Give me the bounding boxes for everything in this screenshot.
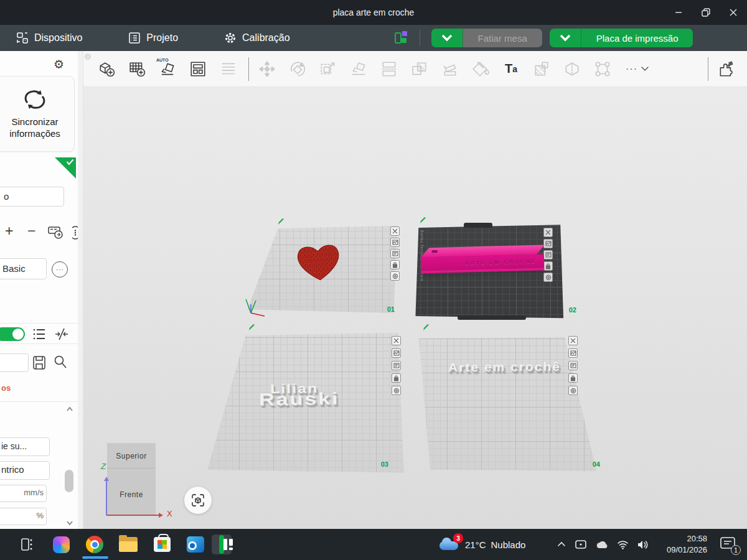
rename-plate-icon[interactable]	[543, 250, 553, 259]
lock-plate-icon[interactable]	[543, 261, 553, 271]
build-plate-04: 04 Arte em crochê	[413, 330, 600, 475]
text-tool-button[interactable]: Ta	[499, 55, 523, 83]
bambu-studio-button[interactable]	[212, 534, 232, 554]
color-paint-button[interactable]	[469, 55, 492, 83]
split-layers-button[interactable]	[217, 55, 240, 83]
plate-settings-icon[interactable]	[392, 386, 401, 395]
plate-02-edit-icon[interactable]	[419, 217, 427, 225]
task-view-button[interactable]	[17, 534, 37, 554]
rename-plate-icon[interactable]	[568, 361, 578, 370]
add-object-button[interactable]	[95, 55, 118, 83]
copilot-button[interactable]	[51, 534, 71, 554]
lock-plate-icon[interactable]	[392, 373, 401, 383]
seam-paint-button[interactable]	[530, 55, 553, 83]
support-paint-button[interactable]	[438, 55, 462, 83]
plate-image-icon[interactable]	[568, 348, 578, 358]
notification-count-badge: 1	[731, 545, 741, 555]
plate-settings-icon[interactable]	[568, 386, 578, 395]
chrome-button[interactable]	[85, 534, 105, 554]
scroll-down-button[interactable]	[66, 518, 73, 525]
split-objects-button[interactable]	[377, 55, 401, 83]
clone-button[interactable]	[408, 55, 431, 83]
plate-01-edit-icon[interactable]	[277, 218, 285, 226]
search-icon[interactable]	[54, 355, 67, 370]
scroll-up-button[interactable]	[66, 404, 73, 412]
slice-dropdown-button[interactable]	[431, 29, 463, 47]
tab-dispositivo[interactable]: Dispositivo	[5, 25, 93, 51]
filament-settings-icon[interactable]	[70, 225, 78, 240]
arrange-button[interactable]	[186, 55, 210, 83]
print-plate-button[interactable]: Placa de impressão	[581, 29, 693, 47]
scale-button[interactable]	[316, 55, 340, 83]
text-tool-label-t: T	[505, 62, 512, 76]
weather-widget[interactable]: 3 21°C Nublado	[438, 529, 525, 560]
microsoft-store-button[interactable]	[152, 534, 172, 554]
save-preset-icon[interactable]	[32, 355, 46, 370]
onedrive-icon[interactable]	[595, 540, 609, 549]
tab-calibracao-label: Calibração	[242, 32, 289, 44]
text-object-arte-em-croche[interactable]: Arte em crochê	[448, 360, 561, 374]
volume-icon[interactable]	[637, 539, 649, 550]
tab-calibracao[interactable]: Calibração	[213, 25, 301, 51]
sidebar-settings-gear-icon[interactable]: ⚙	[54, 57, 64, 72]
sync-info-button[interactable]: Sincronizar informações	[0, 76, 75, 152]
objects-list-icon[interactable]	[32, 327, 47, 341]
filament-more-button[interactable]: ···	[52, 261, 68, 278]
outlook-button[interactable]	[186, 534, 205, 554]
plate-03-edit-icon[interactable]	[248, 324, 256, 332]
print-dropdown-button[interactable]	[550, 29, 581, 47]
plate-04-edit-icon[interactable]	[422, 324, 430, 332]
magenta-bar-object[interactable]: Arte em croche	[420, 245, 544, 276]
text-object-rauski[interactable]: Rauski	[259, 389, 340, 409]
restore-button[interactable]	[692, 0, 720, 25]
crochet-heart-object[interactable]	[294, 241, 343, 282]
plate-04-actions	[568, 336, 578, 395]
sidebar-scrollbar-thumb[interactable]	[65, 470, 73, 492]
plate-settings-icon[interactable]	[390, 271, 400, 281]
plate-image-icon[interactable]	[390, 238, 400, 247]
measure-button[interactable]	[591, 55, 614, 83]
cut-tool-button[interactable]	[560, 55, 584, 83]
notification-center-button[interactable]: 1	[720, 536, 738, 553]
minimize-button[interactable]	[665, 0, 692, 25]
lock-plate-icon[interactable]	[390, 260, 400, 269]
rename-plate-icon[interactable]	[392, 361, 401, 370]
tray-overflow-chevron-icon[interactable]	[557, 539, 566, 549]
delete-plate-icon[interactable]	[543, 228, 553, 237]
delete-plate-icon[interactable]	[568, 336, 578, 345]
fit-view-button[interactable]	[184, 487, 212, 514]
auto-orient-button[interactable]: AUTO	[156, 55, 179, 83]
plate-image-icon[interactable]	[543, 239, 553, 248]
add-plate-button[interactable]	[125, 55, 149, 83]
3d-viewport[interactable]: 01 Bambu Textu	[83, 87, 747, 529]
close-button[interactable]	[720, 0, 747, 25]
plate-settings-icon[interactable]	[543, 273, 553, 282]
global-advanced-toggle[interactable]	[0, 327, 25, 341]
cast-icon[interactable]	[575, 539, 587, 549]
more-tools-button[interactable]: ···	[621, 55, 654, 83]
delete-plate-icon[interactable]	[392, 336, 401, 345]
tab-projeto[interactable]: Projeto	[117, 25, 189, 51]
delete-plate-icon[interactable]	[390, 226, 400, 236]
assembly-puzzle-button[interactable]	[715, 55, 738, 83]
lock-plate-icon[interactable]	[568, 373, 578, 383]
add-filament-button[interactable]: +	[5, 223, 13, 240]
cube-top-face-label[interactable]: Superior	[107, 452, 156, 460]
lay-on-face-button[interactable]	[347, 55, 370, 83]
file-explorer-button[interactable]	[118, 534, 138, 554]
ams-sync-icon[interactable]	[47, 225, 63, 240]
collapse-panel-icon[interactable]	[55, 327, 68, 341]
slice-plate-button[interactable]: Fatiar mesa	[463, 29, 542, 47]
move-button[interactable]	[255, 55, 279, 83]
wifi-icon[interactable]	[617, 540, 629, 549]
taskbar-clock[interactable]: 20:58 09/01/2026	[667, 533, 707, 556]
search-input[interactable]	[0, 353, 29, 372]
process-tab-fragment[interactable]: os	[1, 383, 11, 393]
rotate-button[interactable]	[286, 55, 309, 83]
sidebar-collapse-handle[interactable]	[85, 54, 91, 60]
printer-select-input[interactable]	[0, 187, 64, 207]
plate-image-icon[interactable]	[392, 348, 401, 358]
rename-plate-icon[interactable]	[390, 249, 400, 258]
remove-filament-button[interactable]: −	[27, 223, 35, 240]
layout-switch-icon[interactable]	[395, 31, 408, 45]
